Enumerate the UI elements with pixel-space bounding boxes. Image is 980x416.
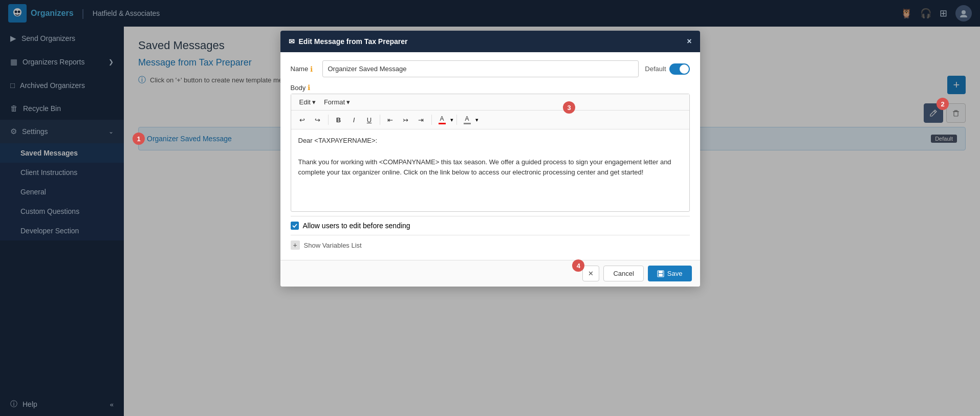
highlight-button[interactable]: A xyxy=(460,113,474,126)
editor-wrap: Edit ▾ Format ▾ ↩ ↪ B I U ⇤ xyxy=(291,94,690,212)
show-variables-row[interactable]: + Show Variables List xyxy=(291,235,690,252)
edit-menu-label: Edit xyxy=(299,98,311,106)
align-right-button[interactable]: ⇥ xyxy=(414,113,428,126)
annotation-badge-1: 1 xyxy=(133,133,145,145)
font-color-a: A xyxy=(440,115,444,122)
toolbar-separator-2 xyxy=(380,115,380,125)
name-row: Name ℹ Default xyxy=(291,60,690,77)
x-button[interactable]: ✕ xyxy=(582,266,599,281)
plus-icon: + xyxy=(291,240,300,250)
redo-button[interactable]: ↪ xyxy=(311,113,325,126)
editor-menu-bar: Edit ▾ Format ▾ xyxy=(291,94,689,111)
italic-button[interactable]: I xyxy=(347,113,361,126)
underline-button[interactable]: U xyxy=(362,113,377,126)
toolbar-separator-3 xyxy=(431,115,432,125)
body-line-2: Thank you for working with <COMPANYNAME>… xyxy=(298,157,682,179)
allow-edit-row: Allow users to edit before sending xyxy=(291,216,690,235)
editor-menu-format[interactable]: Format ▾ xyxy=(320,97,354,107)
toolbar-separator-1 xyxy=(328,115,329,125)
toolbar-separator-4 xyxy=(456,115,457,125)
svg-rect-13 xyxy=(659,274,663,276)
save-button[interactable]: Save xyxy=(648,266,692,281)
editor-toolbar: ↩ ↪ B I U ⇤ ↣ ⇥ A ▾ xyxy=(291,111,689,129)
modal-header: ✉ Edit Message from Tax Preparer × xyxy=(280,31,700,52)
annotation-badge-3: 3 xyxy=(563,101,575,114)
font-color-button[interactable]: A xyxy=(435,113,449,126)
default-label: Default xyxy=(645,65,666,73)
editor-content[interactable]: Dear <TAXPAYERNAME>: Thank you for worki… xyxy=(291,129,689,211)
undo-button[interactable]: ↩ xyxy=(295,113,310,126)
save-icon xyxy=(657,270,664,277)
body-tooltip-icon: ℹ xyxy=(308,83,310,92)
modal-footer: 4 ✕ Cancel Save xyxy=(280,260,700,287)
highlight-chevron[interactable]: ▾ xyxy=(475,117,478,123)
name-label: Name ℹ xyxy=(291,65,316,73)
editor-menu-edit[interactable]: Edit ▾ xyxy=(295,97,320,107)
name-input[interactable] xyxy=(322,60,639,77)
bold-button[interactable]: B xyxy=(332,113,346,126)
edit-modal: ✉ Edit Message from Tax Preparer × Name … xyxy=(280,31,700,287)
modal-title: Edit Message from Tax Preparer xyxy=(299,37,408,46)
name-label-text: Name xyxy=(291,65,309,73)
toggle-knob xyxy=(680,64,689,74)
edit-chevron-icon: ▾ xyxy=(312,98,316,106)
body-line-1: Dear <TAXPAYERNAME>: xyxy=(298,136,682,146)
name-tooltip-icon: ℹ xyxy=(310,65,313,73)
highlight-a: A xyxy=(465,115,469,122)
format-chevron-icon: ▾ xyxy=(346,98,350,106)
checkmark-icon xyxy=(292,223,297,228)
font-color-bar xyxy=(439,123,446,124)
annotation-badge-2: 2 xyxy=(937,98,949,110)
modal-overlay: ✉ Edit Message from Tax Preparer × Name … xyxy=(0,0,980,416)
allow-edit-checkbox[interactable] xyxy=(291,222,299,230)
format-menu-label: Format xyxy=(324,98,345,106)
modal-body: Name ℹ Default Body ℹ xyxy=(280,52,700,260)
show-variables-label: Show Variables List xyxy=(304,242,362,249)
align-center-button[interactable]: ↣ xyxy=(399,113,413,126)
default-toggle-row: Default xyxy=(645,63,689,75)
allow-edit-label: Allow users to edit before sending xyxy=(303,222,410,230)
highlight-bar xyxy=(464,123,471,124)
save-label: Save xyxy=(667,270,683,277)
default-toggle[interactable] xyxy=(669,63,690,75)
svg-rect-12 xyxy=(659,271,663,273)
font-color-chevron[interactable]: ▾ xyxy=(450,117,453,123)
body-label: Body ℹ xyxy=(291,83,316,92)
align-left-button[interactable]: ⇤ xyxy=(383,113,398,126)
body-label-text: Body xyxy=(291,84,306,92)
cancel-button[interactable]: Cancel xyxy=(603,266,643,281)
close-button[interactable]: × xyxy=(687,37,691,46)
modal-header-icon: ✉ xyxy=(289,37,295,46)
body-label-row: Body ℹ xyxy=(291,83,690,92)
